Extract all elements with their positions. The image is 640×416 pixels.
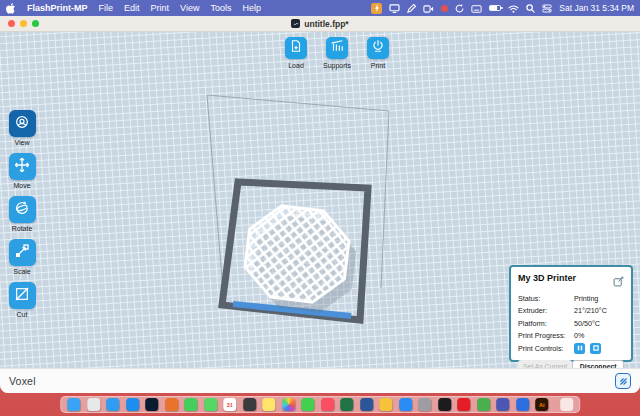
apple-menu-icon[interactable] [6,2,16,13]
desktop: FlashPrint-MP File Edit Print View Tools… [0,0,640,416]
search-icon[interactable] [526,3,535,13]
dock-icon-excel[interactable] [340,398,353,411]
supports-button[interactable]: Supports [322,37,352,69]
pause-print-button[interactable] [574,343,585,354]
cut-icon [14,286,30,306]
pencil-icon[interactable] [407,3,416,13]
menu-print[interactable]: Print [151,3,170,13]
dock-icon-illustrator[interactable]: Ai [535,398,548,411]
printer-panel-title: My 3D Printer [518,273,576,283]
dock-icon-music[interactable] [321,398,334,411]
dock-icon-launchpad[interactable] [87,398,100,411]
3d-viewport[interactable]: Load Supports Prin [0,32,640,368]
dock-icon-keynote[interactable] [379,398,392,411]
dock-icon-messages[interactable] [204,398,217,411]
rotate-button[interactable]: Rotate [5,196,39,232]
status-value: Printing [574,294,598,303]
menu-tools[interactable]: Tools [210,3,231,13]
brand-label: Voxel [9,375,36,387]
dock-icon-appstore[interactable] [399,398,412,411]
record-icon[interactable] [441,5,448,12]
dock-icon-trash[interactable] [560,398,573,411]
dock-icon-edge[interactable] [516,398,529,411]
cut-button[interactable]: Cut [5,282,39,318]
edit-printer-icon[interactable] [613,273,624,291]
disconnect-button[interactable]: Disconnect [572,360,624,368]
progress-value: 0% [574,331,584,340]
dock-icon-maps[interactable] [184,398,197,411]
scale-icon [14,243,30,263]
menu-file[interactable]: File [99,3,114,13]
left-toolbar: View Move Rotate [5,110,39,318]
wifi-icon[interactable] [508,3,519,13]
set-as-current-button[interactable]: Set As Current [518,360,572,368]
print-icon [371,39,385,57]
dock-icon-settings[interactable] [418,398,431,411]
extruder-value: 21°/210°C [574,306,607,315]
dock-icon-word[interactable] [360,398,373,411]
load-icon [289,39,303,57]
platform-value: 50/50°C [574,319,600,328]
control-center-icon[interactable] [542,3,552,13]
dock-icon-teams[interactable] [496,398,509,411]
menubar-clock[interactable]: Sat Jan 31 5:34 PM [559,3,634,13]
rotate-icon [14,200,30,220]
active-app-menu[interactable]: FlashPrint-MP [27,3,88,13]
dock: 31Ai [60,396,580,413]
print-controls-row: Print Controls: [518,343,624,354]
window-title: untitle.fpp* [0,19,640,29]
dock-icon-mail[interactable] [126,398,139,411]
stop-print-button[interactable] [590,343,601,354]
menu-help[interactable]: Help [242,3,261,13]
video-icon[interactable] [423,3,434,13]
slice-preview-toggle-button[interactable] [615,373,631,389]
printer-panel: My 3D Printer Status: Printing Extruder:… [509,265,633,362]
sync-icon[interactable] [455,3,464,13]
app-badge-icon[interactable] [371,3,382,14]
dock-icon-terminal[interactable] [438,398,451,411]
dock-icon-acrobat[interactable] [457,398,470,411]
top-toolbar: Load Supports Prin [281,37,393,69]
supports-icon [330,39,344,57]
load-button[interactable]: Load [281,37,311,69]
dock-icon-calendar[interactable]: 31 [223,398,236,411]
dock-icon-safari[interactable] [106,398,119,411]
dock-icon-notes[interactable] [262,398,275,411]
move-button[interactable]: Move [5,153,39,189]
display-icon[interactable] [389,3,400,13]
battery-icon[interactable] [489,5,501,11]
keyboard-icon[interactable] [471,3,482,13]
window-titlebar[interactable]: untitle.fpp* [0,16,640,32]
print-button[interactable]: Print [363,37,393,69]
menu-view[interactable]: View [180,3,199,13]
window-statusbar: Voxel [0,368,640,393]
scale-button[interactable]: Scale [5,239,39,275]
view-button[interactable]: View [5,110,39,146]
view-icon [14,114,30,134]
document-icon [291,19,300,28]
dock-icon-facetime[interactable] [301,398,314,411]
platform-row: Platform: 50/50°C [518,319,624,328]
status-row: Status: Printing [518,294,624,303]
dock-icon-finder[interactable] [67,398,80,411]
flashprint-window: untitle.fpp* [0,16,640,393]
move-icon [14,157,30,177]
menu-edit[interactable]: Edit [124,3,140,13]
dock-icon-photos[interactable] [282,398,295,411]
dock-icon-bridge[interactable] [165,398,178,411]
extruder-row: Extruder: 21°/210°C [518,306,624,315]
progress-row: Print Progress: 0% [518,331,624,340]
dock-icon-photoshop[interactable] [145,398,158,411]
dock-icon-chrome[interactable] [477,398,490,411]
dock-icon-reminders[interactable] [243,398,256,411]
menu-bar: FlashPrint-MP File Edit Print View Tools… [0,0,640,16]
